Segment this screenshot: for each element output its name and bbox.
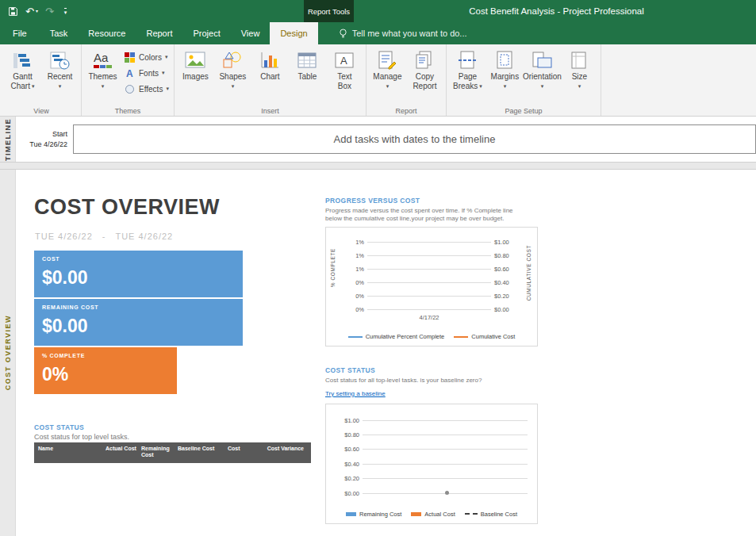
tell-me-box[interactable]: Tell me what you want to do... — [339, 22, 467, 44]
group-label-report: Report — [366, 107, 446, 115]
cost-status-chart[interactable]: $1.00 $0.80 $0.60 $0.40 $0.20 $0.00 Rema… — [325, 404, 538, 524]
button-label: Fonts — [139, 69, 159, 78]
tell-me-text: Tell me what you want to do... — [352, 29, 467, 38]
timeline-pane: TIMELINE Start Tue 4/26/22 Add tasks wit… — [0, 117, 756, 162]
chevron-down-icon: ▾ — [479, 82, 482, 91]
report-date-range: TUE 4/26/22 - TUE 4/26/22 — [35, 232, 173, 241]
page-breaks-icon — [457, 48, 478, 72]
customize-qat-button[interactable]: ▾ — [61, 8, 67, 15]
save-button[interactable] — [8, 6, 18, 17]
button-label: Recent — [48, 72, 73, 82]
chevron-down-icon: ▾ — [504, 82, 507, 91]
themes-icon: Aa — [92, 48, 113, 72]
left-axis-title: % COMPLETE — [330, 248, 336, 287]
button-label: Report — [413, 82, 436, 91]
chart-legend: Cumulative Percent Complete Cumulative C… — [326, 333, 537, 340]
remaining-cost-card-value: $0.00 — [42, 316, 235, 337]
cost-status-table-columns[interactable]: Name Actual Cost Remaining Cost Baseline… — [34, 442, 311, 463]
tab-project[interactable]: Project — [182, 22, 230, 44]
legend-label: Cumulative Cost — [471, 333, 515, 340]
images-icon — [185, 48, 205, 72]
progress-versus-cost-chart[interactable]: % COMPLETE CUMULATIVE COST 1% 1% 1% 0% 0… — [325, 227, 538, 346]
cost-status-table-subtitle: Cost status for top level tasks. — [34, 433, 129, 441]
progress-chart-description: Progress made versus the cost spent over… — [325, 207, 530, 222]
chevron-down-icon: ▾ — [59, 82, 62, 91]
button-label: Colors — [139, 53, 162, 62]
legend-line-icon — [454, 336, 468, 338]
data-point-dot — [445, 491, 449, 495]
button-label: Effects — [139, 85, 163, 94]
legend-item: Remaining Cost — [346, 511, 401, 518]
y-tick: 1% — [355, 266, 364, 273]
tab-view[interactable]: View — [231, 22, 271, 44]
undo-button[interactable]: ↶▾ — [25, 6, 38, 17]
effects-button[interactable]: Effects ▾ — [124, 82, 169, 95]
chart-button[interactable]: Chart — [251, 46, 289, 105]
report-side-strip: COST OVERVIEW — [0, 170, 16, 536]
y-tick: 0% — [355, 306, 364, 313]
size-button[interactable]: Size ▾ — [561, 46, 598, 105]
y-tick-right: $0.60 — [494, 266, 509, 273]
recent-button[interactable]: Recent ▾ — [41, 46, 79, 105]
legend-label: Actual Cost — [424, 511, 455, 518]
table-button[interactable]: Table — [289, 46, 326, 105]
orientation-button[interactable]: Orientation ▾ — [524, 46, 561, 105]
themes-button[interactable]: Aa Themes ▾ — [84, 46, 121, 105]
colors-button[interactable]: Colors ▾ — [124, 51, 169, 63]
manage-icon — [377, 48, 397, 72]
page-breaks-button[interactable]: Page Breaks▾ — [449, 46, 486, 105]
margins-icon — [494, 48, 515, 72]
gantt-chart-button[interactable]: Gantt Chart▾ — [4, 46, 41, 105]
percent-complete-card[interactable]: % COMPLETE 0% — [34, 347, 177, 394]
cost-status-chart-heading: COST STATUS — [325, 366, 538, 374]
tab-resource[interactable]: Resource — [78, 22, 136, 44]
ribbon-design-tab: Gantt Chart▾ Recent ▾ View Aa Themes ▾ C… — [0, 44, 756, 117]
redo-button[interactable]: ↷ — [45, 6, 54, 17]
button-label: Size — [572, 72, 587, 82]
legend-label: Baseline Cost — [481, 511, 517, 518]
shapes-button[interactable]: Shapes ▾ — [214, 46, 251, 105]
column-header: Actual Cost — [106, 446, 141, 460]
tab-task[interactable]: Task — [40, 22, 79, 44]
column-header: Remaining Cost — [141, 446, 178, 460]
y-tick: 0% — [355, 279, 364, 286]
title-bar: ↶▾ ↷ ▾ Report Tools Cost Benefit Analysi… — [0, 0, 756, 22]
button-label: Gantt — [13, 72, 32, 82]
legend-item: Cumulative Cost — [454, 333, 515, 340]
recent-icon — [50, 48, 70, 72]
set-baseline-link[interactable]: Try setting a baseline — [325, 390, 386, 397]
ribbon-group-page-setup: Page Breaks▾ Margins ▾ Orientation ▾ Siz… — [447, 44, 601, 116]
text-box-button[interactable]: A Text Box — [326, 46, 363, 105]
ribbon-group-themes: Aa Themes ▾ Colors ▾ A Fonts ▾ Effects — [82, 44, 175, 116]
pane-splitter[interactable] — [0, 162, 756, 170]
cost-status-table-heading: COST STATUS — [34, 423, 129, 431]
button-label: Margins — [491, 72, 520, 82]
svg-text:A: A — [126, 68, 133, 78]
tab-report[interactable]: Report — [136, 22, 182, 44]
images-button[interactable]: Images — [177, 46, 214, 105]
button-label: Breaks — [453, 82, 478, 91]
table-icon — [297, 48, 317, 72]
tab-design[interactable]: Design — [270, 22, 317, 44]
remaining-cost-card[interactable]: REMAINING COST $0.00 — [34, 299, 243, 346]
group-label-view: View — [2, 107, 81, 115]
report-canvas[interactable]: COST OVERVIEW TUE 4/26/22 - TUE 4/26/22 … — [16, 170, 756, 536]
y-tick-right: $0.40 — [494, 279, 509, 286]
chart-legend: Remaining Cost Actual Cost Baseline Cost — [326, 511, 537, 518]
y-tick: $0.20 — [344, 475, 359, 482]
timeline-side-strip: TIMELINE — [0, 117, 16, 162]
fonts-button[interactable]: A Fonts ▾ — [124, 67, 169, 79]
chevron-down-icon: ▾ — [386, 82, 390, 91]
ribbon-tab-row: File Task Resource Report Project View D… — [0, 22, 756, 44]
timeline-add-tasks-box[interactable]: Add tasks with dates to the timeline — [73, 124, 756, 154]
margins-button[interactable]: Margins ▾ — [486, 46, 524, 105]
legend-dash-icon — [465, 513, 478, 515]
copy-report-button[interactable]: Copy Report — [406, 46, 443, 105]
progress-chart-heading: PROGRESS VERSUS COST — [325, 197, 538, 205]
manage-button[interactable]: Manage ▾ — [369, 46, 406, 105]
cost-card[interactable]: COST $0.00 — [34, 251, 243, 297]
quick-access-toolbar: ↶▾ ↷ ▾ — [0, 6, 67, 17]
y-tick: $0.60 — [344, 446, 359, 453]
tab-file[interactable]: File — [0, 22, 40, 44]
undo-icon: ↶ — [25, 6, 34, 17]
